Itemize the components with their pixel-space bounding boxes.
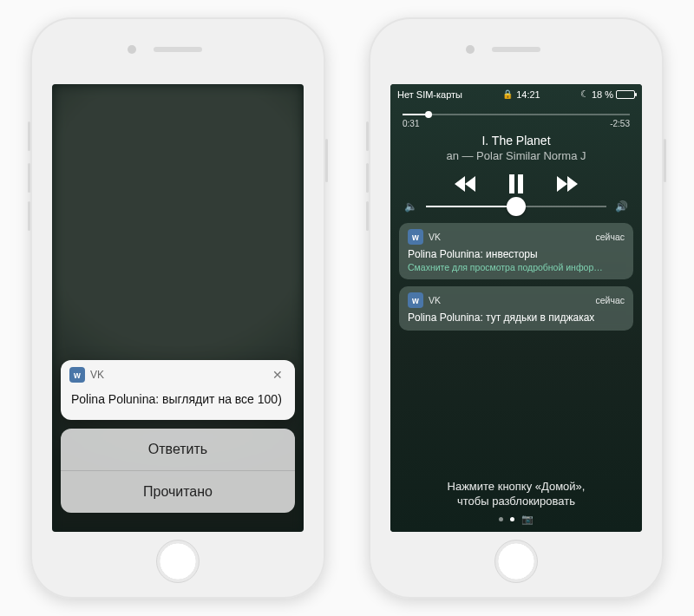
vk-app-icon: w xyxy=(408,229,423,245)
notification-app-name: VK xyxy=(429,232,441,242)
phone-speaker xyxy=(492,47,540,52)
page-dot xyxy=(499,517,503,521)
notification-app-name: VK xyxy=(90,369,104,381)
notification-body: Polina Polunina: тут дядьки в пиджаках xyxy=(408,311,625,324)
camera-shortcut-icon[interactable]: 📷 xyxy=(521,514,534,525)
phone-camera xyxy=(466,45,475,54)
music-player: 0:31 -2:53 I. The Planet an — Polar Simi… xyxy=(390,102,642,218)
page-dot-active xyxy=(510,517,514,521)
notification-hint: Смахните для просмотра подробной инфор… xyxy=(408,262,625,272)
notification-time: сейчас xyxy=(595,232,625,242)
volume-low-icon: 🔈 xyxy=(404,200,417,213)
dnd-moon-icon: ☾ xyxy=(580,88,589,100)
screen-expanded-notification: w VK ✕ Polina Polunina: выглядит на все … xyxy=(52,84,304,532)
notification-message: Polina Polunina: выглядит на все 100) xyxy=(61,386,295,420)
remaining-time: -2:53 xyxy=(610,119,630,128)
battery-percent: 18 % xyxy=(592,89,613,100)
close-icon[interactable]: ✕ xyxy=(269,368,286,382)
status-bar: Нет SIM-карты 🔒 14:21 ☾ 18 % xyxy=(390,84,642,102)
mark-read-button[interactable]: Прочитано xyxy=(61,470,295,513)
page-indicator[interactable]: 📷 xyxy=(390,514,642,525)
volume-slider[interactable] xyxy=(426,206,606,207)
home-button[interactable] xyxy=(494,540,538,583)
track-title: I. The Planet xyxy=(403,134,630,147)
phone-speaker xyxy=(154,47,202,52)
notification-body: Polina Polunina: инвесторы xyxy=(408,248,625,260)
volume-high-icon: 🔊 xyxy=(615,200,628,213)
previous-track-icon[interactable] xyxy=(455,176,477,192)
status-time: 14:21 xyxy=(516,89,540,100)
notification-actions: Ответить Прочитано xyxy=(61,429,295,513)
next-track-icon[interactable] xyxy=(555,176,578,192)
notification-item[interactable]: w VK сейчас Polina Polunina: тут дядьки … xyxy=(399,286,633,331)
home-button[interactable] xyxy=(156,540,200,583)
screen-lockscreen: Нет SIM-карты 🔒 14:21 ☾ 18 % 0:31 -2:53 … xyxy=(390,84,642,532)
battery-icon xyxy=(616,90,635,99)
notification-time: сейчас xyxy=(595,295,625,305)
vk-app-icon: w xyxy=(69,367,85,383)
phone-camera xyxy=(128,45,136,54)
unlock-hint: Нажмите кнопку «Домой», чтобы разблокиро… xyxy=(390,479,642,509)
notification-card[interactable]: w VK ✕ Polina Polunina: выглядит на все … xyxy=(61,360,295,420)
iphone-mockup-2: Нет SIM-карты 🔒 14:21 ☾ 18 % 0:31 -2:53 … xyxy=(369,17,664,599)
scrubber[interactable] xyxy=(403,114,630,115)
track-artist: an — Polar Similar Norma J xyxy=(403,149,630,162)
elapsed-time: 0:31 xyxy=(403,119,419,128)
reply-button[interactable]: Ответить xyxy=(61,429,295,470)
vk-app-icon: w xyxy=(408,292,423,308)
svg-rect-0 xyxy=(509,174,514,193)
notification-item[interactable]: w VK сейчас Polina Polunina: инвесторы С… xyxy=(399,223,633,279)
svg-rect-1 xyxy=(518,174,523,193)
iphone-mockup-1: w VK ✕ Polina Polunina: выглядит на все … xyxy=(30,17,325,599)
carrier-label: Нет SIM-карты xyxy=(397,89,462,100)
pause-icon[interactable] xyxy=(508,174,524,193)
lock-icon: 🔒 xyxy=(502,89,513,99)
notification-app-name: VK xyxy=(429,295,441,305)
